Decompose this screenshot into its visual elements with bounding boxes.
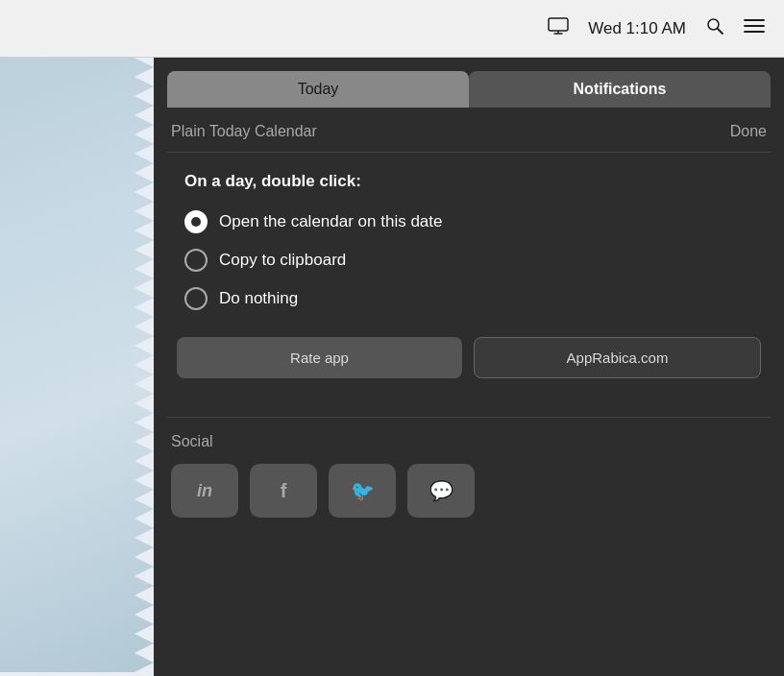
main-panel: Today Notifications Plain Today Calendar… [154,58,784,676]
linkedin-button[interactable]: in [171,464,238,518]
section-header: Plain Today Calendar Done [167,108,771,153]
menu-icon[interactable] [744,18,765,38]
facebook-icon: f [281,480,287,502]
tab-notifications[interactable]: Notifications [469,71,771,108]
radio-open-calendar[interactable]: Open the calendar on this date [177,210,761,233]
svg-point-3 [708,19,719,30]
radio-circle-copy-clipboard [184,249,208,272]
menubar-time: Wed 1:10 AM [588,19,686,38]
radio-copy-clipboard[interactable]: Copy to clipboard [177,249,761,272]
content-area: On a day, double click: Open the calenda… [167,153,771,417]
twitter-button[interactable]: 🐦 [329,464,396,518]
section-title: Plain Today Calendar [171,123,317,140]
svg-rect-0 [549,18,568,31]
radio-group: Open the calendar on this date Copy to c… [177,210,761,310]
rate-app-button[interactable]: Rate app [177,337,462,378]
tab-bar: Today Notifications [154,58,784,108]
radio-label-open-calendar: Open the calendar on this date [219,212,443,231]
radio-circle-do-nothing [184,287,208,310]
message-button[interactable]: 💬 [407,464,475,518]
social-icons: in f 🐦 💬 [171,464,767,518]
facebook-button[interactable]: f [250,464,317,518]
done-button[interactable]: Done [730,123,767,140]
social-section: Social in f 🐦 💬 [167,417,771,527]
radio-do-nothing[interactable]: Do nothing [177,287,761,310]
action-buttons: Rate app AppRabica.com [177,337,761,378]
message-icon: 💬 [429,479,453,502]
tab-today[interactable]: Today [167,71,469,108]
linkedin-icon: in [197,481,212,501]
settings-area: Plain Today Calendar Done On a day, doub… [154,108,784,541]
radio-label-do-nothing: Do nothing [219,289,298,308]
radio-label-copy-clipboard: Copy to clipboard [219,251,346,270]
menubar: Wed 1:10 AM [0,0,784,58]
search-icon[interactable] [705,16,724,40]
radio-circle-open-calendar [184,210,208,233]
social-title: Social [171,433,767,450]
apprabica-button[interactable]: AppRabica.com [474,337,761,378]
twitter-icon: 🐦 [351,479,375,502]
display-icon[interactable] [548,17,569,39]
left-background [0,0,154,676]
double-click-label: On a day, double click: [177,172,761,191]
svg-line-4 [718,29,723,34]
